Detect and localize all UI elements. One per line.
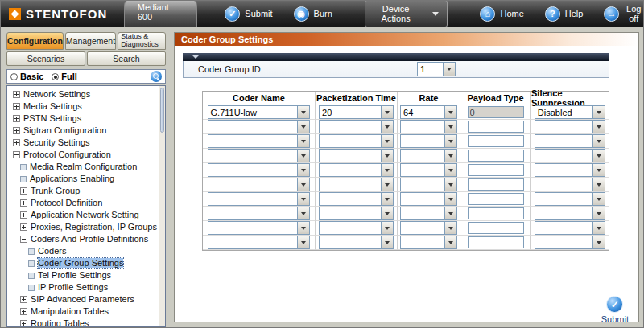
tab-management[interactable]: Management: [65, 32, 116, 50]
dropdown-arrow-icon[interactable]: [444, 193, 456, 205]
rate-select[interactable]: [400, 221, 457, 235]
payload-type-input[interactable]: [468, 222, 524, 234]
silence-suppression-select[interactable]: [535, 221, 605, 235]
rate-select[interactable]: [400, 192, 457, 206]
coder-group-id-select[interactable]: 1: [417, 62, 456, 76]
dropdown-arrow-icon[interactable]: [381, 150, 393, 162]
tree-expand-icon[interactable]: [28, 260, 35, 267]
rate-select[interactable]: [400, 178, 457, 191]
dropdown-arrow-icon[interactable]: [381, 135, 393, 147]
tree-expand-icon[interactable]: [20, 320, 27, 327]
dropdown-arrow-icon[interactable]: [297, 106, 309, 118]
dropdown-arrow-icon[interactable]: [444, 164, 456, 176]
tree-expand-icon[interactable]: [20, 176, 27, 182]
silence-suppression-select[interactable]: [535, 120, 605, 133]
tree-item-media-settings[interactable]: Media Settings: [10, 100, 157, 113]
tree-expand-icon[interactable]: [20, 296, 27, 303]
help-button[interactable]: ? Help: [545, 6, 584, 22]
dropdown-arrow-icon[interactable]: [592, 193, 605, 205]
tree-expand-icon[interactable]: [13, 151, 20, 158]
tree-expand-icon[interactable]: [20, 236, 27, 243]
dropdown-arrow-icon[interactable]: [381, 207, 393, 219]
tree-item-application-network-setting[interactable]: Application Network Setting: [10, 209, 157, 221]
coder-name-select[interactable]: [208, 207, 311, 220]
dropdown-arrow-icon[interactable]: [297, 207, 309, 219]
silence-suppression-select[interactable]: [535, 192, 605, 206]
tree-item-coders-and-profile-definitions[interactable]: Coders And Profile Definitions: [10, 233, 157, 245]
tree-item-tel-profile-settings[interactable]: Tel Profile Settings: [10, 269, 157, 281]
dropdown-arrow-icon[interactable]: [592, 150, 605, 162]
rate-select[interactable]: [400, 149, 457, 162]
tree-item-network-settings[interactable]: Network Settings: [10, 88, 157, 100]
dropdown-arrow-icon[interactable]: [444, 222, 456, 234]
logoff-button[interactable]: → Log off: [604, 4, 643, 23]
full-radio[interactable]: Full: [52, 72, 77, 81]
tree-item-sigtran-configuration[interactable]: Sigtran Configuration: [10, 125, 157, 137]
dropdown-arrow-icon[interactable]: [297, 164, 309, 176]
submit-button[interactable]: ✓ Submit: [225, 6, 272, 22]
tree-item-coder-group-settings[interactable]: Coder Group Settings: [10, 257, 157, 269]
dropdown-arrow-icon[interactable]: [444, 178, 456, 191]
tree-expand-icon[interactable]: [20, 211, 27, 219]
tree-item-sip-advanced-parameters[interactable]: SIP Advanced Parameters: [10, 293, 157, 305]
dropdown-arrow-icon[interactable]: [381, 193, 393, 205]
payload-type-input[interactable]: [468, 135, 524, 147]
tree-expand-icon[interactable]: [13, 115, 20, 122]
rate-select[interactable]: 64: [400, 105, 457, 119]
dropdown-arrow-icon[interactable]: [297, 178, 309, 191]
tree-scrollbar[interactable]: [159, 86, 165, 326]
tree-expand-icon[interactable]: [20, 308, 27, 315]
dropdown-arrow-icon[interactable]: [297, 236, 309, 248]
silence-suppression-select[interactable]: [535, 178, 605, 191]
silence-suppression-select[interactable]: [535, 163, 605, 177]
tab-status-diagnostics[interactable]: Status & Diagnostics: [118, 32, 166, 50]
dropdown-arrow-icon[interactable]: [381, 121, 393, 133]
tree-expand-icon[interactable]: [28, 285, 35, 291]
home-button[interactable]: ⌂ Home: [480, 6, 523, 22]
device-actions-button[interactable]: Device Actions: [365, 0, 448, 27]
tree-item-proxies-registration-ip-groups[interactable]: Proxies, Registration, IP Groups: [10, 221, 157, 233]
dropdown-arrow-icon[interactable]: [592, 164, 605, 176]
packetization-time-select[interactable]: [319, 178, 394, 191]
dropdown-arrow-icon[interactable]: [444, 236, 456, 248]
payload-type-input[interactable]: [468, 150, 524, 162]
dropdown-arrow-icon[interactable]: [592, 222, 605, 234]
tree-item-ip-profile-settings[interactable]: IP Profile Settings: [10, 281, 157, 293]
tree-item-applications-enabling[interactable]: Applications Enabling: [10, 173, 157, 185]
dropdown-arrow-icon[interactable]: [381, 178, 393, 191]
basic-radio[interactable]: Basic: [10, 72, 43, 81]
dropdown-arrow-icon[interactable]: [297, 150, 309, 162]
packetization-time-select[interactable]: [319, 192, 394, 206]
tree-expand-icon[interactable]: [13, 139, 20, 146]
dropdown-arrow-icon[interactable]: [381, 222, 393, 234]
tree-expand-icon[interactable]: [13, 127, 20, 134]
payload-type-input[interactable]: [468, 106, 524, 118]
tree-expand-icon[interactable]: [28, 273, 35, 279]
dropdown-arrow-icon[interactable]: [592, 106, 605, 118]
silence-suppression-select[interactable]: [535, 134, 605, 148]
tree-expand-icon[interactable]: [20, 199, 27, 207]
payload-type-input[interactable]: [468, 193, 524, 205]
dropdown-arrow-icon[interactable]: [444, 121, 456, 133]
packetization-time-select[interactable]: [319, 149, 394, 162]
dropdown-arrow-icon[interactable]: [297, 121, 309, 133]
rate-select[interactable]: [400, 120, 457, 133]
tree-item-routing-tables[interactable]: Routing Tables: [10, 318, 157, 327]
coder-name-select[interactable]: [208, 134, 311, 148]
dropdown-arrow-icon[interactable]: [592, 178, 605, 191]
dropdown-arrow-icon[interactable]: [297, 222, 309, 234]
tree-item-protocol-definition[interactable]: Protocol Definition: [10, 197, 157, 209]
coder-name-select[interactable]: [208, 192, 311, 206]
tree-expand-icon[interactable]: [20, 187, 27, 195]
silence-suppression-select[interactable]: [535, 149, 605, 162]
tree-item-manipulation-tables[interactable]: Manipulation Tables: [10, 305, 157, 318]
rate-select[interactable]: [400, 134, 457, 148]
tree-item-coders[interactable]: Coders: [10, 245, 157, 257]
coder-name-select[interactable]: [208, 120, 311, 133]
dropdown-arrow-icon[interactable]: [381, 236, 393, 248]
dropdown-arrow-icon[interactable]: [592, 236, 605, 248]
packetization-time-select[interactable]: [319, 134, 394, 148]
burn-button[interactable]: ◉ Burn: [294, 6, 332, 22]
rate-select[interactable]: [400, 236, 457, 249]
tree-item-pstn-settings[interactable]: PSTN Settings: [10, 113, 157, 125]
